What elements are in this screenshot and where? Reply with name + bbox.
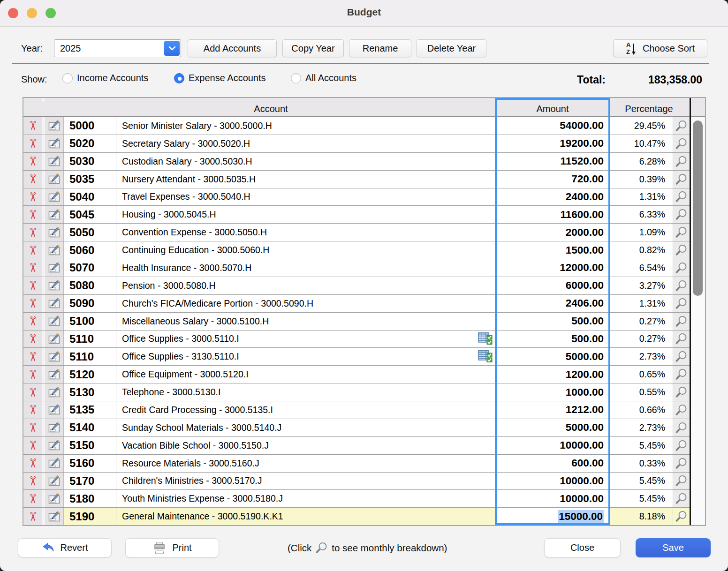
magnifier-icon[interactable] [675,439,688,452]
magnifier-icon[interactable] [675,492,688,505]
edit-account-cell[interactable] [45,277,64,294]
delete-account-cell[interactable]: ✂ [23,153,42,170]
monthly-breakdown-cell[interactable] [673,117,690,135]
delete-account-cell[interactable]: ✂ [23,473,42,490]
delete-account-cell[interactable]: ✂ [23,135,42,152]
amount-value[interactable]: 11520.00 [560,155,604,167]
monthly-breakdown-cell[interactable] [673,473,690,490]
delete-account-cell[interactable]: ✂ [23,206,42,223]
delete-account-cell[interactable]: ✂ [23,171,42,188]
magnifier-icon[interactable] [675,137,688,150]
magnifier-icon[interactable] [675,421,688,434]
monthly-breakdown-cell[interactable] [673,313,690,330]
delete-scissors-icon[interactable]: ✂ [26,316,38,326]
monthly-breakdown-cell[interactable] [673,401,690,419]
monthly-breakdown-cell[interactable] [673,259,690,277]
edit-account-cell[interactable] [45,153,64,170]
delete-account-cell[interactable]: ✂ [23,295,42,312]
delete-scissors-icon[interactable]: ✂ [26,405,38,415]
delete-account-cell[interactable]: ✂ [23,188,42,206]
edit-icon[interactable] [48,333,61,345]
delete-account-cell[interactable]: ✂ [23,437,42,454]
magnifier-icon[interactable] [675,173,688,186]
edit-icon[interactable] [48,511,61,522]
edit-icon[interactable] [48,173,61,185]
edit-account-cell[interactable] [45,437,64,454]
monthly-breakdown-cell[interactable] [673,153,690,170]
magnifier-icon[interactable] [675,190,688,203]
monthly-breakdown-cell[interactable] [673,331,690,348]
amount-cell[interactable]: 19200.00 [497,135,608,152]
amount-cell[interactable]: 10000.00 [497,473,608,490]
monthly-breakdown-cell[interactable] [673,490,690,507]
amount-cell[interactable]: 54000.00 [497,117,608,135]
amount-cell[interactable]: 1200.00 [497,366,608,383]
edit-account-cell[interactable] [45,490,64,507]
edit-icon[interactable] [48,422,61,433]
amount-cell[interactable]: 600.00 [497,455,608,472]
amount-value[interactable]: 1200.00 [566,368,604,381]
delete-account-cell[interactable]: ✂ [23,313,42,330]
monthly-breakdown-cell[interactable] [673,383,690,401]
delete-account-cell[interactable]: ✂ [23,490,42,507]
amount-value[interactable]: 12000.00 [560,262,604,274]
magnifier-icon[interactable] [675,510,688,523]
monthly-breakdown-icon[interactable] [478,332,493,346]
delete-scissors-icon[interactable]: ✂ [26,245,38,255]
magnifier-icon[interactable] [675,226,688,239]
amount-value[interactable]: 5000.00 [566,421,604,434]
copy-year-button[interactable]: Copy Year [282,39,344,57]
edit-icon[interactable] [48,245,61,256]
amount-value[interactable]: 1000.00 [566,386,604,398]
delete-scissors-icon[interactable]: ✂ [26,352,38,362]
monthly-breakdown-cell[interactable] [673,455,690,472]
edit-account-cell[interactable] [45,331,64,348]
amount-cell[interactable]: 2406.00 [497,295,608,312]
delete-account-cell[interactable]: ✂ [23,224,42,241]
monthly-breakdown-cell[interactable] [673,188,690,206]
amount-value[interactable]: 2000.00 [566,226,604,239]
edit-account-cell[interactable] [45,135,64,152]
magnifier-icon[interactable] [675,404,688,416]
amount-value[interactable]: 1212.00 [566,404,604,416]
delete-account-cell[interactable]: ✂ [23,419,42,436]
monthly-breakdown-cell[interactable] [673,206,690,223]
amount-cell[interactable]: 11600.00 [497,206,608,223]
delete-scissors-icon[interactable]: ✂ [26,156,38,166]
revert-button[interactable]: Revert [18,538,112,557]
edit-icon[interactable] [48,458,61,469]
edit-icon[interactable] [48,227,61,238]
amount-value[interactable]: 54000.00 [560,120,604,132]
delete-scissors-icon[interactable]: ✂ [26,192,38,202]
edit-icon[interactable] [48,209,61,220]
edit-account-cell[interactable] [45,366,64,383]
magnifier-icon[interactable] [675,332,688,345]
amount-cell[interactable]: 1500.00 [497,241,608,259]
delete-account-cell[interactable]: ✂ [23,455,42,472]
amount-value[interactable]: 15000.00 [558,510,604,523]
edit-account-cell[interactable] [45,401,64,419]
amount-value[interactable]: 720.00 [571,173,604,185]
delete-scissors-icon[interactable]: ✂ [26,458,38,468]
amount-value[interactable]: 11600.00 [560,209,604,221]
rename-button[interactable]: Rename [349,39,411,57]
delete-account-cell[interactable]: ✂ [23,241,42,259]
amount-value[interactable]: 6000.00 [566,279,604,292]
amount-value[interactable]: 10000.00 [560,493,604,505]
percentage-column-header[interactable]: Percentage [608,102,690,116]
add-accounts-button[interactable]: Add Accounts [188,39,277,57]
scrollbar-thumb[interactable] [693,120,703,296]
delete-scissors-icon[interactable]: ✂ [26,440,38,451]
edit-account-cell[interactable] [45,419,64,436]
amount-cell[interactable]: 6000.00 [497,277,608,294]
edit-icon[interactable] [48,440,61,451]
edit-icon[interactable] [48,369,61,380]
delete-scissors-icon[interactable]: ✂ [26,227,38,238]
edit-icon[interactable] [48,191,61,203]
edit-account-cell[interactable] [45,224,64,241]
monthly-breakdown-cell[interactable] [673,366,690,383]
delete-scissors-icon[interactable]: ✂ [26,298,38,308]
amount-cell[interactable]: 10000.00 [497,437,608,454]
edit-account-cell[interactable] [45,206,64,223]
amount-cell[interactable]: 5000.00 [497,419,608,436]
